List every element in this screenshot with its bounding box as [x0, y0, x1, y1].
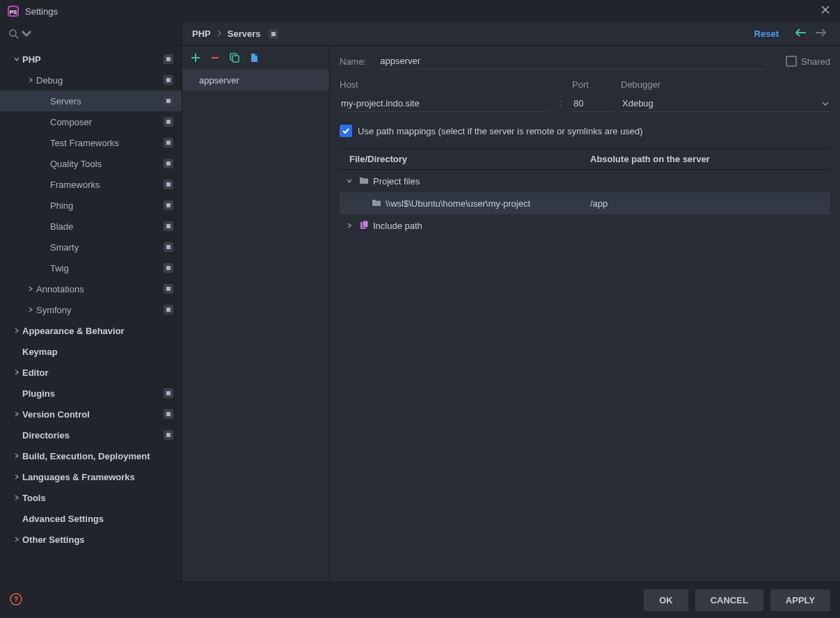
host-input[interactable]	[340, 95, 548, 112]
sidebar-item-advanced-settings[interactable]: Advanced Settings	[0, 508, 182, 529]
chevron-right-icon[interactable]	[11, 536, 22, 543]
project-badge-icon	[164, 180, 173, 189]
sidebar-item-label: Editor	[22, 367, 173, 378]
chevron-right-icon[interactable]	[11, 327, 22, 334]
nav-back-icon[interactable]	[791, 29, 811, 39]
chevron-down-icon[interactable]	[11, 56, 22, 63]
project-badge-icon	[164, 54, 173, 64]
mapping-row-local-path[interactable]: \\wsl$\Ubuntu\home\user\my-project /app	[340, 192, 830, 214]
sidebar-item-label: Smarty	[50, 242, 164, 253]
sidebar-item-languages-frameworks[interactable]: Languages & Frameworks	[0, 466, 182, 487]
chevron-right-icon[interactable]	[11, 452, 22, 459]
project-badge-icon	[164, 117, 173, 127]
chevron-right-icon[interactable]	[25, 77, 36, 84]
mapping-row-include-path[interactable]: Include path	[340, 214, 830, 237]
sidebar-item-label: Tools	[22, 493, 173, 503]
sidebar-item-servers[interactable]: Servers	[0, 90, 182, 111]
folder-icon	[372, 198, 381, 209]
close-icon[interactable]	[818, 2, 833, 20]
chevron-right-icon[interactable]	[11, 369, 22, 376]
sidebar-item-phing[interactable]: Phing	[0, 195, 182, 216]
sidebar-item-label: Symfony	[36, 305, 164, 315]
project-files-label: Project files	[373, 176, 420, 187]
sidebar-item-tools[interactable]: Tools	[0, 487, 182, 508]
project-badge-icon	[164, 284, 173, 294]
debugger-select[interactable]: Xdebug	[621, 95, 830, 112]
sidebar-item-php[interactable]: PHP	[0, 49, 182, 70]
port-input[interactable]	[572, 95, 614, 112]
project-badge-icon	[164, 96, 173, 106]
copy-server-icon[interactable]	[230, 53, 239, 63]
chevron-right-icon[interactable]	[11, 494, 22, 501]
project-badge-icon	[164, 388, 173, 398]
chevron-right-icon[interactable]	[344, 222, 355, 229]
sidebar-item-label: Plugins	[22, 388, 164, 399]
chevron-down-icon[interactable]	[344, 177, 355, 184]
port-label: Port	[572, 79, 614, 91]
sidebar-item-twig[interactable]: Twig	[0, 258, 182, 278]
path-mappings-label: Use path mappings (select if the server …	[358, 126, 643, 136]
sidebar-item-version-control[interactable]: Version Control	[0, 404, 182, 425]
path-mappings-checkbox[interactable]	[340, 125, 352, 137]
sidebar-item-appearance-behavior[interactable]: Appearance & Behavior	[0, 320, 182, 341]
sidebar-item-blade[interactable]: Blade	[0, 216, 182, 237]
settings-sidebar: PHPDebugServersComposerTest FrameworksQu…	[0, 22, 182, 582]
chevron-right-icon[interactable]	[25, 306, 36, 313]
sidebar-item-symfony[interactable]: Symfony	[0, 299, 182, 320]
sidebar-item-label: Other Settings	[22, 534, 173, 545]
sidebar-item-annotations[interactable]: Annotations	[0, 278, 182, 299]
project-badge-icon	[164, 242, 173, 252]
project-badge-icon	[164, 75, 173, 85]
sidebar-item-label: Version Control	[22, 409, 164, 420]
sidebar-item-composer[interactable]: Composer	[0, 111, 182, 132]
search-row[interactable]	[0, 22, 182, 46]
sidebar-item-plugins[interactable]: Plugins	[0, 383, 182, 404]
debugger-label: Debugger	[621, 79, 830, 91]
sidebar-item-label: Blade	[50, 221, 164, 232]
sidebar-item-label: Annotations	[36, 284, 164, 294]
local-path-value: \\wsl$\Ubuntu\home\user\my-project	[386, 198, 530, 209]
sidebar-item-label: Appearance & Behavior	[22, 326, 173, 336]
sidebar-item-debug[interactable]: Debug	[0, 70, 182, 90]
project-badge-icon	[164, 263, 173, 273]
sidebar-item-keymap[interactable]: Keymap	[0, 341, 182, 362]
sidebar-item-smarty[interactable]: Smarty	[0, 237, 182, 258]
chevron-right-icon[interactable]	[25, 285, 36, 292]
sidebar-item-frameworks[interactable]: Frameworks	[0, 174, 182, 195]
breadcrumb-php[interactable]: PHP	[192, 29, 211, 39]
chevron-right-icon[interactable]	[11, 411, 22, 418]
server-toolbar	[182, 46, 329, 70]
sidebar-item-other-settings[interactable]: Other Settings	[0, 529, 182, 550]
project-badge-icon	[164, 138, 173, 148]
sidebar-item-editor[interactable]: Editor	[0, 362, 182, 383]
name-input[interactable]	[379, 53, 765, 70]
help-icon[interactable]: ?	[10, 593, 22, 608]
remove-server-icon[interactable]	[210, 53, 220, 63]
sidebar-item-directories[interactable]: Directories	[0, 425, 182, 445]
sidebar-item-label: Quality Tools	[50, 159, 164, 169]
add-server-icon[interactable]	[191, 53, 200, 63]
shared-checkbox[interactable]	[786, 56, 797, 67]
chevron-right-icon[interactable]	[11, 473, 22, 480]
reset-link[interactable]: Reset	[754, 29, 779, 39]
sidebar-item-test-frameworks[interactable]: Test Frameworks	[0, 132, 182, 153]
nav-forward-icon[interactable]	[811, 29, 830, 39]
project-badge-icon	[164, 159, 173, 168]
ok-button[interactable]: OK	[644, 589, 688, 611]
project-badge-icon	[269, 29, 278, 39]
server-item-appserver[interactable]: appserver	[182, 70, 329, 90]
sidebar-item-build-execution-deployment[interactable]: Build, Execution, Deployment	[0, 445, 182, 466]
debugger-value: Xdebug	[622, 98, 653, 109]
mapping-row-project-files[interactable]: Project files	[340, 170, 830, 192]
server-path-value[interactable]: /app	[590, 198, 830, 209]
titlebar: PS Settings	[0, 0, 840, 22]
cancel-button[interactable]: CANCEL	[695, 589, 763, 611]
svg-text:?: ?	[14, 595, 19, 603]
project-badge-icon	[164, 200, 173, 210]
sidebar-item-quality-tools[interactable]: Quality Tools	[0, 153, 182, 174]
import-server-icon[interactable]	[249, 53, 259, 63]
sidebar-item-label: Languages & Frameworks	[22, 472, 173, 482]
chevron-down-icon	[822, 102, 829, 106]
search-icon	[8, 29, 19, 40]
apply-button[interactable]: APPLY	[770, 589, 830, 611]
